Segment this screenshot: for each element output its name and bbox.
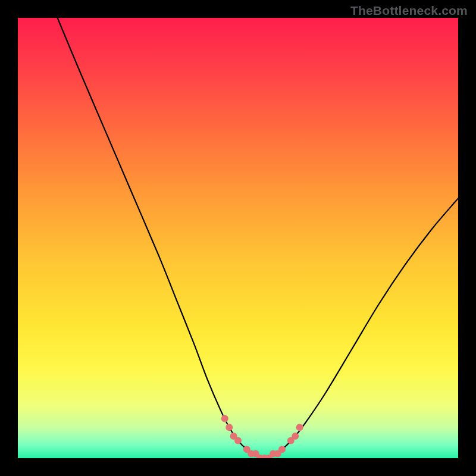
- marker-point: [296, 424, 303, 431]
- marker-point: [278, 446, 286, 453]
- marker-point: [226, 424, 233, 431]
- highlight-markers: [221, 415, 303, 458]
- watermark-text: TheBottleneck.com: [350, 4, 468, 18]
- marker-point: [221, 415, 228, 422]
- plot-area: [18, 18, 458, 458]
- marker-point: [234, 437, 242, 444]
- bottleneck-curve: [58, 18, 458, 458]
- marker-point: [292, 433, 299, 440]
- chart-frame: TheBottleneck.com: [0, 0, 476, 476]
- curve-layer: [18, 18, 458, 458]
